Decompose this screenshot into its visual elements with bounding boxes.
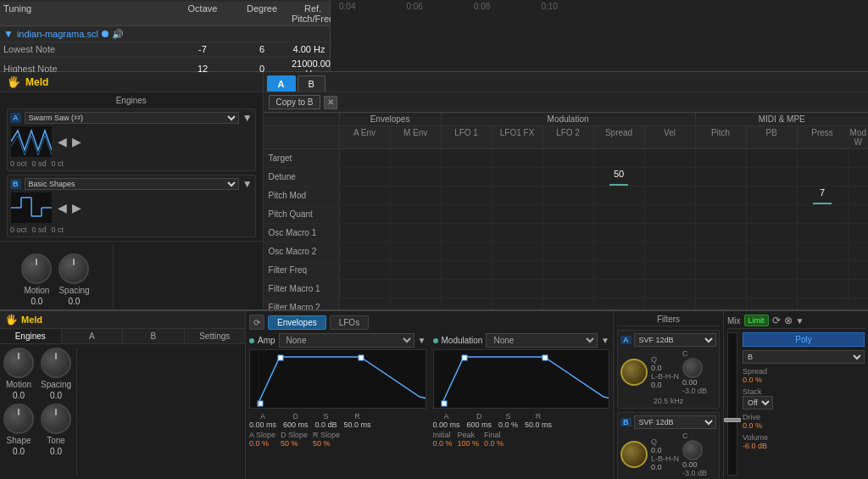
motion-knob[interactable] (21, 253, 52, 284)
cell-target-aenv[interactable] (340, 149, 391, 167)
tuning-file[interactable]: indian-magrama.scl (17, 29, 98, 39)
cell-detune-press[interactable] (798, 168, 849, 186)
cell-4-5[interactable] (594, 224, 645, 242)
cell-5-1[interactable] (391, 242, 442, 260)
cell-target-pitch[interactable] (696, 149, 747, 167)
cell-3-last[interactable] (849, 205, 868, 223)
cell-4-0[interactable] (340, 224, 391, 242)
cell-pitchmod-spread[interactable] (594, 187, 645, 204)
filter-a-freq-knob[interactable] (620, 359, 648, 386)
cell-6-last[interactable] (849, 261, 868, 279)
filter-b-c-knob[interactable] (682, 440, 703, 460)
cell-3-6[interactable] (645, 205, 696, 223)
cell-7-0[interactable] (340, 280, 391, 298)
lfos-tab[interactable]: LFOs (330, 315, 369, 330)
close-button[interactable]: ✕ (324, 96, 337, 109)
cell-3-5[interactable] (594, 205, 645, 223)
cell-6-9[interactable] (798, 261, 849, 279)
cell-3-0[interactable] (340, 205, 391, 223)
engine-a-select[interactable]: Swarm Saw (♯♯) (25, 112, 239, 124)
cell-pitchmod-lfo2[interactable] (543, 187, 594, 204)
filter-b-type-select[interactable]: SVF 12dB (634, 415, 717, 429)
cell-5-8[interactable] (747, 242, 798, 260)
filter-a-type-select[interactable]: SVF 12dB (634, 333, 717, 347)
bottom-tab-settings[interactable]: Settings (185, 329, 246, 343)
limit-badge[interactable]: Limit (744, 315, 769, 326)
cell-4-4[interactable] (543, 224, 594, 242)
cell-4-9[interactable] (798, 224, 849, 242)
cell-4-7[interactable] (696, 224, 747, 242)
cell-detune-lfo1fx[interactable] (492, 168, 543, 186)
filter-a-c-knob[interactable] (682, 358, 703, 378)
cell-4-8[interactable] (747, 224, 798, 242)
bottom-tone-knob[interactable] (41, 404, 71, 434)
cell-3-4[interactable] (543, 205, 594, 223)
cell-4-3[interactable] (492, 224, 543, 242)
cell-6-4[interactable] (543, 261, 594, 279)
engine-b-nav-right[interactable]: ▶ (72, 201, 81, 214)
cell-6-0[interactable] (340, 261, 391, 279)
mix-fader-track[interactable] (727, 332, 737, 476)
tab-a[interactable]: A (267, 75, 296, 92)
mod-dropdown[interactable]: None (486, 333, 598, 348)
cell-target-modw[interactable] (849, 149, 868, 167)
cell-3-3[interactable] (492, 205, 543, 223)
cell-5-6[interactable] (645, 242, 696, 260)
cell-detune-pitch[interactable] (696, 168, 747, 186)
cell-pitchmod-pitch[interactable] (696, 187, 747, 204)
amp-dropdown[interactable]: None (279, 333, 415, 348)
mix-icon-1[interactable]: ⟳ (772, 315, 781, 326)
cell-3-2[interactable] (442, 205, 492, 223)
cell-pitchmod-pb[interactable] (747, 187, 798, 204)
bottom-tab-a[interactable]: A (62, 329, 124, 343)
cell-detune-lfo2[interactable] (543, 168, 594, 186)
cell-detune-vel[interactable] (645, 168, 696, 186)
tab-b[interactable]: B (298, 75, 326, 92)
engine-a-nav-left[interactable]: ◀ (58, 135, 67, 148)
cell-detune-modw[interactable] (849, 168, 868, 186)
cell-7-6[interactable] (645, 280, 696, 298)
cell-7-7[interactable] (696, 280, 747, 298)
spacing-knob[interactable] (58, 253, 89, 284)
mix-icon-3[interactable]: ▼ (796, 316, 804, 326)
cell-detune-lfo1[interactable] (442, 168, 492, 186)
cell-5-5[interactable] (594, 242, 645, 260)
cell-pitchmod-menv[interactable] (391, 187, 442, 204)
cell-5-9[interactable] (798, 242, 849, 260)
cell-5-4[interactable] (543, 242, 594, 260)
envelopes-tab-active[interactable]: Envelopes (268, 315, 326, 330)
cell-3-1[interactable] (391, 205, 442, 223)
cell-4-2[interactable] (442, 224, 492, 242)
engine-a-nav-right[interactable]: ▶ (72, 135, 81, 148)
cell-6-5[interactable] (594, 261, 645, 279)
cell-pitchmod-lfo1[interactable] (442, 187, 492, 204)
cell-5-7[interactable] (696, 242, 747, 260)
cell-6-2[interactable] (442, 261, 492, 279)
mod-chevron[interactable]: ▼ (601, 336, 609, 345)
reload-icon-btn[interactable]: ⟳ (249, 315, 264, 330)
cell-target-lfo1[interactable] (442, 149, 492, 167)
cell-7-2[interactable] (442, 280, 492, 298)
copy-to-b-button[interactable]: Copy to B (269, 95, 321, 109)
cell-3-8[interactable] (747, 205, 798, 223)
cell-6-7[interactable] (696, 261, 747, 279)
stack-select[interactable]: Off (743, 396, 773, 409)
cell-3-7[interactable] (696, 205, 747, 223)
bottom-spacing-knob[interactable] (41, 348, 71, 378)
cell-detune-menv[interactable] (391, 168, 442, 186)
engine-b-nav-left[interactable]: ◀ (58, 201, 67, 214)
filter-b-freq-knob[interactable] (620, 441, 648, 468)
engine-b-select[interactable]: Basic Shapes (25, 178, 239, 190)
cell-6-8[interactable] (747, 261, 798, 279)
cell-7-5[interactable] (594, 280, 645, 298)
engine-a-chevron[interactable]: ▼ (242, 112, 253, 124)
engine-b-chevron[interactable]: ▼ (242, 178, 253, 190)
engines-tab[interactable]: Engines (0, 329, 62, 343)
cell-7-9[interactable] (798, 280, 849, 298)
mix-b-select[interactable]: B (743, 350, 865, 364)
cell-6-1[interactable] (391, 261, 442, 279)
cell-target-lfo1fx[interactable] (492, 149, 543, 167)
cell-3-9[interactable] (798, 205, 849, 223)
bottom-shape-knob[interactable] (3, 404, 34, 434)
cell-detune-pb[interactable] (747, 168, 798, 186)
